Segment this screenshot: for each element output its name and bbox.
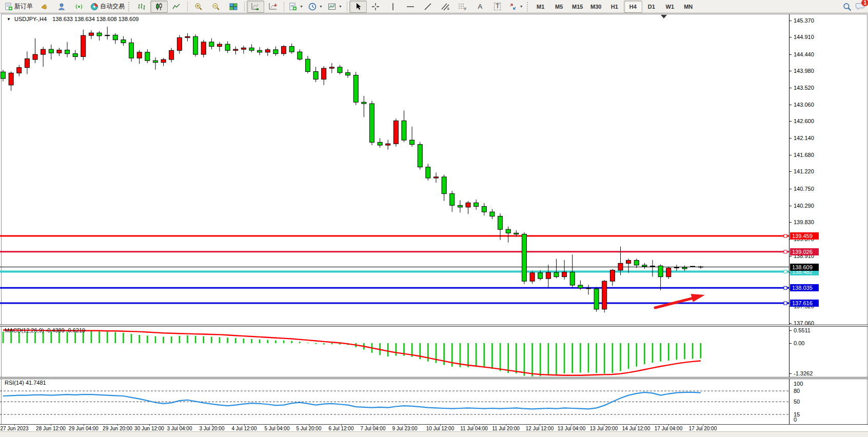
time-axis-label: 27 Jun 2023 bbox=[0, 426, 28, 431]
time-axis-label: 3 Jul 20:00 bbox=[200, 426, 225, 431]
one-click-trading-toggle[interactable]: ▼ bbox=[7, 17, 11, 22]
chart-shift-marker[interactable] bbox=[661, 15, 667, 18]
price-axis-tick bbox=[789, 206, 792, 206]
candle-down bbox=[362, 102, 366, 104]
candle-up bbox=[434, 177, 439, 178]
candle-down bbox=[514, 233, 519, 234]
time-axis-tick bbox=[540, 424, 540, 426]
candle-up bbox=[530, 273, 535, 281]
candle-down bbox=[594, 289, 599, 309]
rsi-panel-separator[interactable] bbox=[0, 377, 868, 379]
line-handle[interactable] bbox=[784, 286, 787, 289]
candle-up bbox=[265, 50, 270, 52]
price-axis-label: 141.680 bbox=[794, 152, 814, 158]
price-axis-tick bbox=[789, 88, 792, 88]
candle-down bbox=[97, 33, 102, 36]
price-axis-label: 142.140 bbox=[794, 135, 814, 141]
time-axis-label: 3 Jul 04:00 bbox=[167, 426, 192, 431]
rsi-axis-label: 0 bbox=[794, 417, 797, 423]
price-axis-label: 139.830 bbox=[794, 220, 814, 225]
candle-down bbox=[73, 54, 77, 57]
candle-up bbox=[562, 272, 567, 276]
time-axis-tick bbox=[180, 424, 180, 426]
macd-indicator-label: MACD(12,26,9) -0.4389 -0.6219 bbox=[5, 327, 85, 333]
time-axis-label: 11 Jul 20:00 bbox=[492, 426, 520, 431]
candle-up bbox=[610, 270, 615, 281]
candle-down bbox=[450, 194, 455, 206]
price-label-box-138.035[interactable]: 138.035 bbox=[790, 284, 819, 291]
candle-up bbox=[41, 49, 46, 54]
price-axis-label: 145.370 bbox=[794, 18, 814, 24]
candle-down bbox=[193, 36, 198, 54]
macd-panel-separator[interactable] bbox=[0, 325, 868, 327]
rsi-axis-label: 80 bbox=[794, 388, 800, 394]
chart-canvas[interactable] bbox=[0, 0, 868, 437]
price-axis-label: 143.060 bbox=[794, 102, 814, 108]
candle-up bbox=[201, 42, 206, 54]
line-handle[interactable] bbox=[784, 270, 787, 273]
candle-down bbox=[402, 121, 406, 140]
time-axis-tick bbox=[668, 424, 669, 426]
candle-up bbox=[161, 59, 166, 63]
candle-up bbox=[89, 33, 93, 35]
time-axis-label: 9 Jul 23:00 bbox=[392, 426, 418, 431]
candle-down bbox=[273, 50, 278, 54]
time-axis-tick bbox=[277, 424, 278, 426]
candle-down bbox=[410, 140, 415, 145]
macd-axis-label: -1.3262 bbox=[794, 371, 813, 376]
candle-up bbox=[169, 50, 174, 59]
candle-up bbox=[626, 261, 631, 264]
candle-down bbox=[578, 285, 583, 288]
price-label-box-139.459[interactable]: 139.459 bbox=[790, 232, 819, 240]
line-handle[interactable] bbox=[784, 250, 787, 253]
trend-arrow-head bbox=[691, 294, 705, 302]
candle-up bbox=[25, 59, 29, 68]
price-axis-tick bbox=[789, 155, 792, 155]
line-handle[interactable] bbox=[784, 234, 787, 237]
trading-platform-window: 新订单 自动交易 bbox=[0, 0, 868, 437]
price-axis-label: 143.520 bbox=[794, 85, 814, 91]
candle-down bbox=[209, 42, 214, 47]
candle-down bbox=[442, 177, 446, 194]
candle-up bbox=[466, 203, 470, 207]
line-handle[interactable] bbox=[784, 302, 787, 305]
candle-up bbox=[9, 73, 13, 85]
price-axis-tick bbox=[789, 54, 792, 55]
candle-down bbox=[313, 71, 318, 79]
macd-axis-label: 0.00 bbox=[794, 341, 804, 346]
candle-down bbox=[418, 145, 422, 167]
candle-up bbox=[218, 44, 222, 46]
price-axis-tick bbox=[789, 323, 792, 324]
time-axis-label: 28 Jun 12:00 bbox=[36, 426, 66, 431]
price-axis-tick bbox=[789, 37, 792, 37]
candle-down bbox=[570, 272, 575, 285]
price-axis-tick bbox=[789, 222, 792, 223]
candle-down bbox=[538, 273, 543, 279]
price-axis-tick bbox=[789, 121, 792, 122]
time-axis-label: 5 Jul 20:00 bbox=[297, 426, 322, 431]
candle-down bbox=[554, 272, 559, 277]
price-axis-tick bbox=[789, 71, 792, 71]
time-axis-label: 6 Jul 12:00 bbox=[329, 426, 354, 431]
candle-down bbox=[658, 266, 663, 276]
time-axis-tick bbox=[341, 424, 342, 426]
price-axis-tick bbox=[789, 256, 792, 256]
candle-up bbox=[137, 52, 142, 58]
price-axis-tick bbox=[789, 189, 792, 189]
rsi-line bbox=[3, 392, 701, 409]
candle-up bbox=[618, 263, 623, 270]
price-axis-tick bbox=[789, 138, 792, 138]
time-axis-label: 17 Jul 20:00 bbox=[689, 426, 717, 431]
price-label-box-139.026[interactable]: 139.026 bbox=[790, 248, 819, 255]
trend-arrow-annotation[interactable] bbox=[655, 294, 705, 308]
rsi-indicator-label: RSI(14) 41.7481 bbox=[5, 380, 46, 386]
time-axis-tick bbox=[405, 424, 405, 426]
chart-ohlc-values: 138.633 138.634 138.608 138.609 bbox=[52, 16, 139, 22]
price-label-box-137.616[interactable]: 137.616 bbox=[790, 300, 819, 307]
candle-up bbox=[33, 54, 37, 59]
macd-axis-tick bbox=[789, 343, 792, 344]
candle-down bbox=[289, 46, 294, 52]
candle-down bbox=[129, 43, 134, 58]
candle-down bbox=[225, 44, 230, 50]
time-axis-tick bbox=[604, 424, 604, 426]
